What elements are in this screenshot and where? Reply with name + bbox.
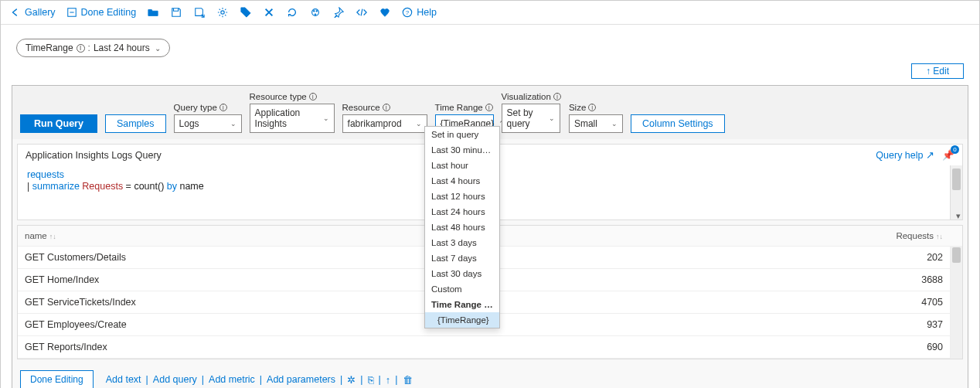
edit-button[interactable]: ↑ Edit <box>911 63 964 79</box>
tag-icon[interactable] <box>240 6 252 19</box>
size-label: Sizei <box>569 103 623 112</box>
refresh-icon[interactable] <box>286 6 298 19</box>
query-panel: Run Query Samples Query typei Logs Resou… <box>12 85 968 388</box>
query-controls-row: Run Query Samples Query typei Logs Resou… <box>12 86 968 139</box>
dropdown-item[interactable]: Last 12 hours <box>425 189 499 204</box>
query-type-label: Query typei <box>174 103 242 112</box>
resource-label: Resourcei <box>342 103 427 112</box>
cell-requests: 937 <box>880 314 950 335</box>
pill-colon: : <box>88 43 90 53</box>
pill-value: Last 24 hours <box>94 43 150 53</box>
cell-requests: 4705 <box>880 291 950 313</box>
done-editing-button[interactable]: Done Editing <box>66 7 137 18</box>
col-requests-header[interactable]: Requests↑↓ <box>880 226 950 246</box>
visualization-label: Visualizationi <box>502 92 561 101</box>
resource-type-select[interactable]: Application Insights <box>250 104 335 133</box>
svg-point-3 <box>314 10 315 12</box>
done-editing-footer-button[interactable]: Done Editing <box>20 370 94 388</box>
gallery-button[interactable]: Gallery <box>10 7 56 18</box>
help-button[interactable]: ? Help <box>402 7 437 18</box>
timerange-pill[interactable]: TimeRange i : Last 24 hours ⌄ <box>16 39 170 57</box>
svg-point-1 <box>221 11 224 14</box>
top-toolbar: Gallery Done Editing ? Help <box>1 1 979 25</box>
cell-requests: 690 <box>880 336 950 358</box>
size-select[interactable]: Small <box>569 114 623 133</box>
chevron-down-icon: ⌄ <box>155 44 161 53</box>
gallery-label: Gallery <box>25 7 56 18</box>
save-as-icon[interactable] <box>193 6 206 19</box>
dropdown-item[interactable]: Custom <box>425 281 499 297</box>
dropdown-item[interactable]: Last 4 hours <box>425 173 499 189</box>
save-icon[interactable] <box>170 6 182 19</box>
dropdown-item[interactable]: Last 7 days <box>425 250 499 266</box>
pin-query-icon[interactable]: 📌0 <box>942 149 954 161</box>
panel-footer: Done Editing Add text | Add query | Add … <box>12 364 968 388</box>
svg-text:?: ? <box>406 9 410 16</box>
pill-label: TimeRange <box>26 43 73 53</box>
cell-requests: 202 <box>880 247 950 268</box>
add-metric-link[interactable]: Add metric <box>209 374 255 385</box>
sort-icon: ↑↓ <box>49 233 56 240</box>
scroll-down-icon[interactable]: ▾ <box>956 211 961 221</box>
add-query-link[interactable]: Add query <box>153 374 197 385</box>
info-icon: i <box>77 44 85 53</box>
add-text-link[interactable]: Add text <box>106 374 141 385</box>
time-range-dropdown: Set in query Last 30 minutes Last hour L… <box>424 126 500 328</box>
add-parameters-link[interactable]: Add parameters <box>267 374 335 385</box>
svg-point-5 <box>315 14 316 15</box>
dropdown-item[interactable]: Last 48 hours <box>425 220 499 235</box>
dropdown-item[interactable]: Last 24 hours <box>425 204 499 220</box>
query-type-select[interactable]: Logs <box>174 114 242 133</box>
query-help-link[interactable]: Query help ↗ <box>876 149 934 161</box>
pin-icon[interactable] <box>332 6 345 19</box>
run-query-button[interactable]: Run Query <box>20 114 97 133</box>
dropdown-item[interactable]: Last 30 minutes <box>425 142 499 158</box>
samples-button[interactable]: Samples <box>105 114 166 133</box>
dropdown-item[interactable]: Last 30 days <box>425 266 499 281</box>
visualization-select[interactable]: Set by query <box>502 104 560 133</box>
moveup-footer-icon[interactable]: ↑ <box>386 374 391 386</box>
style-icon[interactable] <box>309 6 322 19</box>
delete-footer-icon[interactable]: 🗑 <box>403 374 413 386</box>
dropdown-item[interactable]: Last 3 days <box>425 235 499 250</box>
settings-icon[interactable] <box>216 6 229 19</box>
parameter-row: TimeRange i : Last 24 hours ⌄ <box>1 25 979 63</box>
copy-footer-icon[interactable]: ⎘ <box>368 374 374 386</box>
close-icon[interactable] <box>263 6 275 19</box>
dropdown-group-header: Time Range Para... <box>425 297 499 312</box>
done-editing-label: Done Editing <box>81 7 137 18</box>
sort-icon: ↑↓ <box>936 233 943 240</box>
table-row[interactable]: GET Reports/Index690 <box>18 336 962 359</box>
dropdown-item[interactable]: Set in query <box>425 127 499 142</box>
query-title: Application Insights Logs Query <box>26 150 162 161</box>
help-label: Help <box>417 7 437 18</box>
dropdown-item-selected[interactable]: {TimeRange} <box>425 312 499 328</box>
resource-select[interactable]: fabrikamprod <box>342 114 427 133</box>
heart-icon[interactable] <box>379 6 391 19</box>
code-icon[interactable] <box>356 6 368 19</box>
column-settings-button[interactable]: Column Settings <box>631 114 725 133</box>
cell-name: GET Reports/Index <box>18 336 880 358</box>
settings-footer-icon[interactable]: ✲ <box>347 374 356 386</box>
svg-point-4 <box>316 10 318 12</box>
time-range-label: Time Rangei <box>435 103 494 112</box>
table-scrollbar[interactable] <box>950 246 962 359</box>
resource-type-label: Resource typei <box>250 92 335 101</box>
cell-requests: 3688 <box>880 269 950 291</box>
open-icon[interactable] <box>147 6 159 19</box>
dropdown-item[interactable]: Last hour <box>425 158 499 173</box>
